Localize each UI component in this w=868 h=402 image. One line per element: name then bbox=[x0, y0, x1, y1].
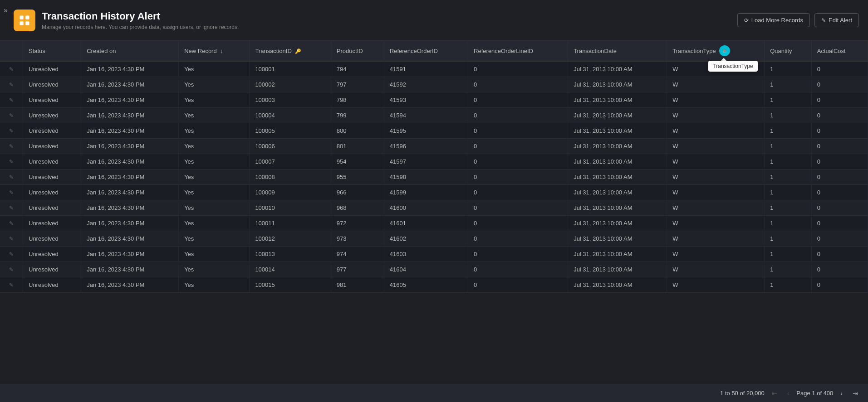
row-status: Unresolved bbox=[23, 216, 81, 231]
col-reference-order-line-id[interactable]: ReferenceOrderLineID bbox=[468, 41, 568, 61]
edit-row-icon[interactable]: ✎ bbox=[5, 203, 17, 213]
pagination-next-button[interactable]: › bbox=[838, 389, 845, 398]
row-edit-cell[interactable]: ✎ bbox=[0, 61, 23, 77]
row-transaction-id: 100001 bbox=[250, 61, 331, 77]
edit-row-icon[interactable]: ✎ bbox=[5, 265, 17, 275]
col-quantity[interactable]: Quantity bbox=[765, 41, 812, 61]
row-transaction-date: Jul 31, 2013 10:00 AM bbox=[568, 108, 667, 123]
row-edit-cell[interactable]: ✎ bbox=[0, 108, 23, 123]
row-reference-order-line-id: 0 bbox=[468, 231, 568, 247]
row-new-record: Yes bbox=[179, 139, 250, 154]
row-transaction-type: W bbox=[667, 108, 765, 123]
row-new-record: Yes bbox=[179, 247, 250, 262]
edit-row-icon[interactable]: ✎ bbox=[5, 249, 17, 259]
row-transaction-type: W bbox=[667, 247, 765, 262]
edit-row-icon[interactable]: ✎ bbox=[5, 64, 17, 74]
header-actions: ⟳ Load More Records ✎ Edit Alert bbox=[737, 13, 859, 27]
edit-row-icon[interactable]: ✎ bbox=[5, 126, 17, 136]
row-reference-order-line-id: 0 bbox=[468, 247, 568, 262]
transaction-type-filter-button[interactable]: ≡ bbox=[719, 45, 730, 56]
table-row: ✎UnresolvedJan 16, 2023 4:30 PMYes100008… bbox=[0, 170, 868, 185]
transaction-type-filter-container[interactable]: ≡ TransactionType bbox=[717, 45, 730, 56]
row-actual-cost: 0 bbox=[811, 123, 868, 139]
row-transaction-type: W bbox=[667, 154, 765, 170]
edit-row-icon[interactable]: ✎ bbox=[5, 111, 17, 121]
row-quantity: 1 bbox=[765, 123, 812, 139]
load-more-button[interactable]: ⟳ Load More Records bbox=[737, 13, 810, 27]
sidebar-toggle[interactable]: » bbox=[4, 6, 8, 15]
row-quantity: 1 bbox=[765, 139, 812, 154]
edit-row-icon[interactable]: ✎ bbox=[5, 172, 17, 182]
row-edit-cell[interactable]: ✎ bbox=[0, 231, 23, 247]
row-edit-cell[interactable]: ✎ bbox=[0, 277, 23, 293]
col-new-record[interactable]: New Record ↓ bbox=[179, 41, 250, 61]
row-status: Unresolved bbox=[23, 262, 81, 277]
row-transaction-date: Jul 31, 2013 10:00 AM bbox=[568, 154, 667, 170]
row-reference-order-line-id: 0 bbox=[468, 92, 568, 108]
row-new-record: Yes bbox=[179, 154, 250, 170]
pagination-last-button[interactable]: ⇥ bbox=[850, 389, 861, 398]
row-edit-cell[interactable]: ✎ bbox=[0, 154, 23, 170]
row-transaction-type: W bbox=[667, 277, 765, 293]
col-transaction-type[interactable]: TransactionType ≡ TransactionType bbox=[667, 41, 765, 61]
row-edit-cell[interactable]: ✎ bbox=[0, 170, 23, 185]
col-reference-order-id[interactable]: ReferenceOrderID bbox=[384, 41, 468, 61]
edit-row-icon[interactable]: ✎ bbox=[5, 218, 17, 228]
edit-row-icon[interactable]: ✎ bbox=[5, 157, 17, 167]
edit-row-icon[interactable]: ✎ bbox=[5, 280, 17, 290]
col-status[interactable]: Status bbox=[23, 41, 81, 61]
col-actual-cost[interactable]: ActualCost bbox=[811, 41, 868, 61]
edit-row-icon[interactable]: ✎ bbox=[5, 95, 17, 105]
row-edit-cell[interactable]: ✎ bbox=[0, 262, 23, 277]
pagination-prev-button[interactable]: ‹ bbox=[785, 389, 792, 398]
row-edit-cell[interactable]: ✎ bbox=[0, 77, 23, 92]
row-product-id: 800 bbox=[331, 123, 384, 139]
row-transaction-type: W bbox=[667, 262, 765, 277]
col-transaction-date[interactable]: TransactionDate bbox=[568, 41, 667, 61]
row-actual-cost: 0 bbox=[811, 154, 868, 170]
edit-alert-button[interactable]: ✎ Edit Alert bbox=[814, 13, 859, 27]
row-actual-cost: 0 bbox=[811, 247, 868, 262]
table-header-row: Status Created on New Record ↓ Transacti… bbox=[0, 41, 868, 61]
row-status: Unresolved bbox=[23, 61, 81, 77]
row-edit-cell[interactable]: ✎ bbox=[0, 123, 23, 139]
row-new-record: Yes bbox=[179, 200, 250, 216]
row-created-on: Jan 16, 2023 4:30 PM bbox=[81, 123, 179, 139]
row-new-record: Yes bbox=[179, 108, 250, 123]
edit-row-icon[interactable]: ✎ bbox=[5, 80, 17, 90]
row-edit-cell[interactable]: ✎ bbox=[0, 200, 23, 216]
refresh-icon: ⟳ bbox=[744, 17, 749, 24]
col-product-id[interactable]: ProductID bbox=[331, 41, 384, 61]
row-actual-cost: 0 bbox=[811, 200, 868, 216]
edit-row-icon[interactable]: ✎ bbox=[5, 141, 17, 151]
row-created-on: Jan 16, 2023 4:30 PM bbox=[81, 185, 179, 200]
row-edit-cell[interactable]: ✎ bbox=[0, 216, 23, 231]
pagination-first-button[interactable]: ⇤ bbox=[769, 389, 780, 398]
row-status: Unresolved bbox=[23, 277, 81, 293]
row-reference-order-line-id: 0 bbox=[468, 139, 568, 154]
tooltip-box: TransactionType bbox=[708, 61, 757, 72]
row-created-on: Jan 16, 2023 4:30 PM bbox=[81, 200, 179, 216]
row-reference-order-id: 41594 bbox=[384, 108, 468, 123]
row-transaction-type: W bbox=[667, 200, 765, 216]
row-edit-cell[interactable]: ✎ bbox=[0, 247, 23, 262]
row-transaction-id: 100002 bbox=[250, 77, 331, 92]
edit-row-icon[interactable]: ✎ bbox=[5, 234, 17, 244]
row-edit-cell[interactable]: ✎ bbox=[0, 92, 23, 108]
row-reference-order-line-id: 0 bbox=[468, 200, 568, 216]
row-transaction-type: W bbox=[667, 92, 765, 108]
edit-row-icon[interactable]: ✎ bbox=[5, 188, 17, 198]
row-transaction-id: 100012 bbox=[250, 231, 331, 247]
table-container: Status Created on New Record ↓ Transacti… bbox=[0, 41, 868, 384]
col-transaction-id[interactable]: TransactionID 🔑 bbox=[250, 41, 331, 61]
row-edit-cell[interactable]: ✎ bbox=[0, 185, 23, 200]
row-created-on: Jan 16, 2023 4:30 PM bbox=[81, 170, 179, 185]
col-created-on[interactable]: Created on bbox=[81, 41, 179, 61]
row-transaction-type: W bbox=[667, 216, 765, 231]
row-transaction-type: W bbox=[667, 185, 765, 200]
row-edit-cell[interactable]: ✎ bbox=[0, 139, 23, 154]
row-status: Unresolved bbox=[23, 92, 81, 108]
row-transaction-id: 100007 bbox=[250, 154, 331, 170]
svg-rect-1 bbox=[25, 15, 29, 19]
table-row: ✎UnresolvedJan 16, 2023 4:30 PMYes100011… bbox=[0, 216, 868, 231]
